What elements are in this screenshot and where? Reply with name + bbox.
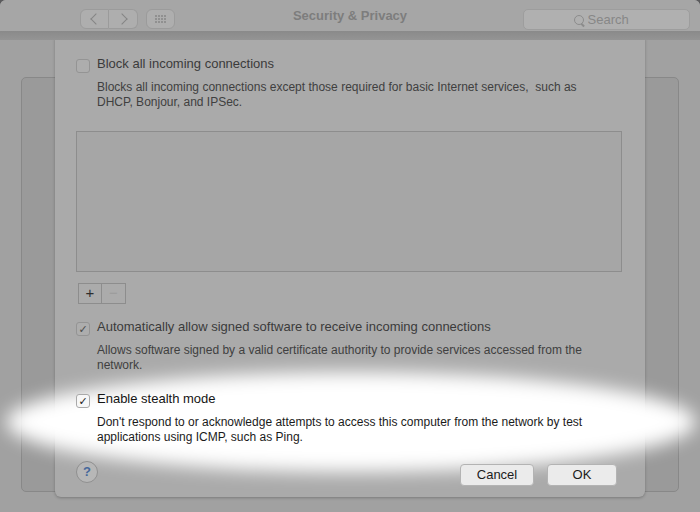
chevron-left-icon <box>90 13 101 24</box>
block-incoming-desc-line1: Blocks all incoming connections except t… <box>97 80 577 95</box>
stealth-mode-desc-line1: Don't respond to or acknowledge attempts… <box>97 415 582 430</box>
system-preferences-window: Security & Privacy Block all incoming co… <box>0 0 700 512</box>
magnifier-icon <box>574 15 584 25</box>
list-edit-controls: + − <box>78 283 126 304</box>
chevron-right-icon <box>116 13 127 24</box>
block-incoming-checkbox[interactable] <box>76 59 90 73</box>
grid-icon <box>155 15 166 23</box>
block-incoming-label[interactable]: Block all incoming connections <box>97 56 274 71</box>
add-app-button[interactable]: + <box>78 283 102 304</box>
search-input[interactable] <box>588 12 640 27</box>
allowed-apps-list[interactable] <box>76 131 622 272</box>
show-all-button[interactable] <box>146 9 175 29</box>
ok-button[interactable]: OK <box>547 464 617 486</box>
cancel-button[interactable]: Cancel <box>460 464 534 486</box>
back-button[interactable] <box>80 9 109 29</box>
auto-allow-desc-line1: Allows software signed by a valid certif… <box>97 343 582 358</box>
remove-app-button[interactable]: − <box>102 283 126 304</box>
forward-button[interactable] <box>109 9 138 29</box>
stealth-mode-checkbox[interactable]: ✓ <box>76 394 90 408</box>
auto-allow-label[interactable]: Automatically allow signed software to r… <box>97 319 491 334</box>
search-field[interactable] <box>523 9 690 30</box>
stealth-mode-desc-line2: applications using ICMP, such as Ping. <box>97 430 303 445</box>
auto-allow-desc-line2: network. <box>97 358 142 373</box>
nav-buttons <box>80 9 138 29</box>
help-button[interactable]: ? <box>76 461 98 483</box>
auto-allow-checkbox[interactable]: ✓ <box>76 322 90 336</box>
stealth-mode-label[interactable]: Enable stealth mode <box>97 391 216 406</box>
toolbar-shadow-strip <box>0 31 700 40</box>
block-incoming-desc-line2: DHCP, Bonjour, and IPSec. <box>97 95 242 110</box>
